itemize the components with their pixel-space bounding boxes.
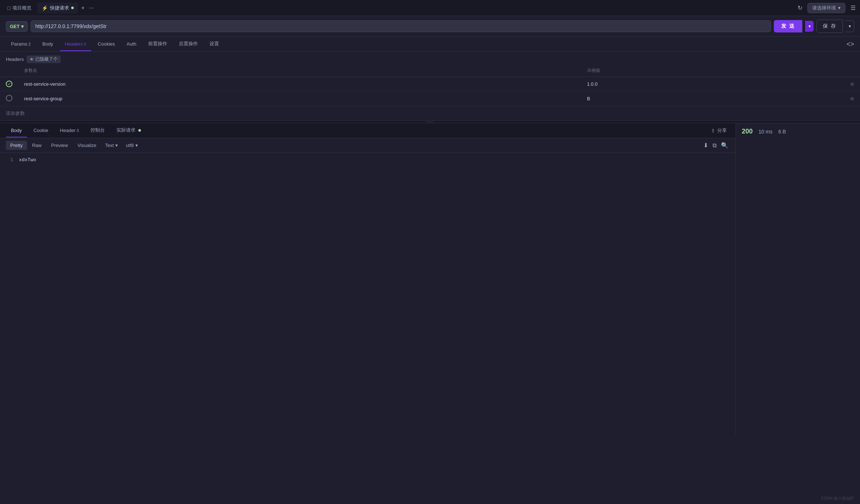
resp-tab-actual[interactable]: 实际请求 <box>111 123 146 138</box>
method-selector[interactable]: GET ▾ <box>6 21 28 32</box>
send-arrow-button[interactable]: ▾ <box>805 21 814 32</box>
save-button[interactable]: 保 存 <box>817 20 843 33</box>
code-area: 1 xdxTwo <box>0 153 736 434</box>
fmt-tab-preview[interactable]: Preview <box>47 141 72 150</box>
copy-button[interactable]: ⧉ <box>711 140 718 150</box>
method-label: GET <box>10 24 20 29</box>
row2-value[interactable]: B <box>581 91 844 106</box>
col-checkbox <box>0 65 18 77</box>
encoding-label: utf8 <box>126 143 134 148</box>
headers-label: Headers 👁 已隐藏 7 个 <box>6 55 854 63</box>
env-selector[interactable]: 请选择环境 ▾ <box>807 3 845 13</box>
tab-request-label: 快捷请求 <box>50 5 69 11</box>
resp-tab-body[interactable]: Body <box>6 124 27 137</box>
add-tab-button[interactable]: + <box>80 3 86 13</box>
tab-project[interactable]: □ 项目概览 <box>3 3 36 13</box>
status-panel: 200 10 ms 6 B <box>736 123 860 140</box>
tab-params[interactable]: Params2 <box>6 38 36 51</box>
tab-auth[interactable]: Auth <box>122 38 142 51</box>
project-icon: □ <box>7 5 10 11</box>
row1-checkbox[interactable]: ✓ <box>6 81 12 87</box>
tab-settings[interactable]: 设置 <box>204 37 224 51</box>
more-tabs-button[interactable]: ··· <box>88 3 95 13</box>
hidden-count: 已隐藏 7 个 <box>35 56 58 62</box>
code-button[interactable]: <> <box>846 40 854 48</box>
row2-checkbox[interactable] <box>6 95 12 101</box>
format-actions: ⬇ ⧉ 🔍 <box>702 140 730 150</box>
tab-project-label: 项目概览 <box>12 5 31 11</box>
col-example: 示例值 <box>581 65 844 77</box>
response-right: 200 10 ms 6 B <box>736 123 860 434</box>
eye-icon: 👁 <box>30 57 34 62</box>
hidden-badge[interactable]: 👁 已隐藏 7 个 <box>27 55 61 63</box>
share-label: 分享 <box>717 127 727 134</box>
watermark: CSDN @小道仙97 <box>821 496 854 501</box>
line-number: 1 <box>6 157 13 163</box>
headers-title: Headers <box>6 57 24 62</box>
row1-name[interactable]: rest-service-version <box>18 77 581 91</box>
tab-pre-script[interactable]: 前置操作 <box>143 37 172 51</box>
resp-tab-cookie[interactable]: Cookie <box>28 124 53 137</box>
env-label: 请选择环境 <box>812 5 836 11</box>
row2-delete[interactable]: ⊖ <box>844 91 860 106</box>
share-icon: ⇪ <box>711 128 715 133</box>
url-bar: GET ▾ 发 送 ▾ 保 存 ▾ <box>0 16 860 37</box>
search-response-button[interactable]: 🔍 <box>719 140 730 150</box>
tab-post-script[interactable]: 后置操作 <box>174 37 203 51</box>
tab-request[interactable]: ⚡ 快捷请求 <box>37 3 78 13</box>
text-format-label: Text <box>105 143 114 148</box>
url-input[interactable] <box>31 20 771 32</box>
tab-dot <box>71 7 74 9</box>
refresh-button[interactable]: ↻ <box>796 3 804 13</box>
save-arrow-button[interactable]: ▾ <box>846 20 854 32</box>
code-line: 1 xdxTwo <box>6 157 730 163</box>
method-arrow-icon: ▾ <box>21 24 24 29</box>
response-tabs: Body Cookie Header3 控制台 实际请求 ⇪ 分享 <box>0 123 736 138</box>
download-button[interactable]: ⬇ <box>702 140 710 150</box>
resp-tab-console[interactable]: 控制台 <box>85 123 110 138</box>
format-tabs: Pretty Raw Preview Visualize Text ▾ utf8… <box>0 138 736 153</box>
response-container: Body Cookie Header3 控制台 实际请求 ⇪ 分享 Pre <box>0 123 860 434</box>
fmt-tab-visualize[interactable]: Visualize <box>73 141 101 150</box>
row2-name[interactable]: rest-service-group <box>18 91 581 106</box>
actual-dot <box>138 129 141 132</box>
tab-headers[interactable]: Headers9 <box>60 38 91 51</box>
tab-body[interactable]: Body <box>37 38 58 51</box>
encoding-arrow: ▾ <box>135 143 138 148</box>
menu-button[interactable]: ☰ <box>849 3 857 13</box>
line-content: xdxTwo <box>19 157 36 163</box>
row1-value[interactable]: 1.0.0 <box>581 77 844 91</box>
status-size: 6 B <box>778 129 786 135</box>
env-arrow-icon: ▾ <box>838 5 841 11</box>
fmt-tab-raw[interactable]: Raw <box>28 141 46 150</box>
table-row: ✓ rest-service-version 1.0.0 ⊖ <box>0 77 860 91</box>
tab-cookies[interactable]: Cookies <box>93 38 120 51</box>
request-icon: ⚡ <box>42 5 48 11</box>
tab-bar-right: ↻ 请选择环境 ▾ ☰ <box>796 3 857 13</box>
text-format-arrow: ▾ <box>115 143 118 148</box>
status-code: 200 <box>742 128 753 135</box>
resp-tab-header[interactable]: Header3 <box>55 124 84 137</box>
request-tabs: Params2 Body Headers9 Cookies Auth 前置操作 … <box>0 37 860 52</box>
send-button[interactable]: 发 送 <box>774 20 802 32</box>
col-delete <box>844 65 860 77</box>
share-button[interactable]: ⇪ 分享 <box>708 126 730 135</box>
encoding-selector[interactable]: utf8 ▾ <box>122 141 142 150</box>
fmt-tab-pretty[interactable]: Pretty <box>6 141 27 150</box>
row1-delete[interactable]: ⊖ <box>844 77 860 91</box>
table-row: rest-service-group B ⊖ <box>0 91 860 106</box>
params-table: 参数名 示例值 ✓ rest-service-version 1.0.0 ⊖ r… <box>0 65 860 106</box>
tab-bar: □ 项目概览 ⚡ 快捷请求 + ··· ↻ 请选择环境 ▾ ☰ <box>0 0 860 16</box>
response-left: Body Cookie Header3 控制台 实际请求 ⇪ 分享 Pre <box>0 123 736 434</box>
drag-divider[interactable]: ··· <box>0 120 860 123</box>
headers-section: Headers 👁 已隐藏 7 个 <box>0 52 860 65</box>
col-name: 参数名 <box>18 65 581 77</box>
status-time: 10 ms <box>759 129 772 135</box>
text-format-selector[interactable]: Text ▾ <box>101 141 122 150</box>
